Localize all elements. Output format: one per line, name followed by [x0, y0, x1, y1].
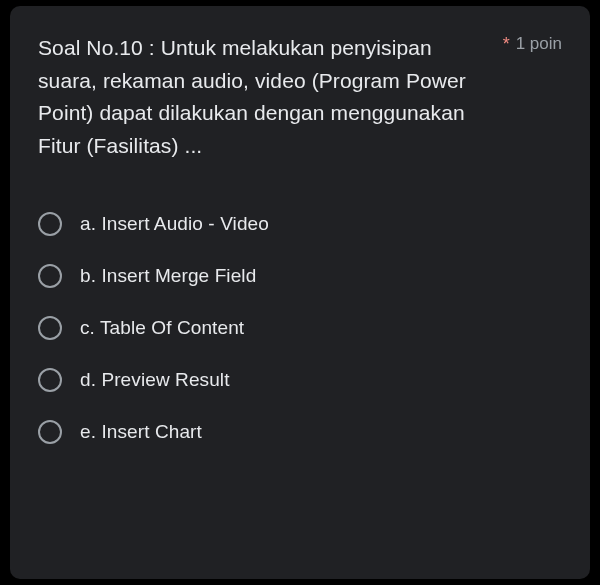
option-label: a. Insert Audio - Video — [80, 213, 269, 235]
option-label: e. Insert Chart — [80, 421, 202, 443]
radio-icon[interactable] — [38, 368, 62, 392]
option-label: b. Insert Merge Field — [80, 265, 256, 287]
question-text: Soal No.10 : Untuk melakukan penyisipan … — [38, 32, 503, 162]
radio-icon[interactable] — [38, 212, 62, 236]
option-e[interactable]: e. Insert Chart — [38, 406, 562, 458]
points-wrap: * 1 poin — [503, 32, 562, 56]
points-label: 1 poin — [516, 34, 562, 54]
options-list: a. Insert Audio - Video b. Insert Merge … — [38, 198, 562, 458]
option-a[interactable]: a. Insert Audio - Video — [38, 198, 562, 250]
radio-icon[interactable] — [38, 420, 62, 444]
radio-icon[interactable] — [38, 316, 62, 340]
option-label: c. Table Of Content — [80, 317, 244, 339]
option-c[interactable]: c. Table Of Content — [38, 302, 562, 354]
option-label: d. Preview Result — [80, 369, 230, 391]
question-card: Soal No.10 : Untuk melakukan penyisipan … — [10, 6, 590, 579]
required-asterisk-icon: * — [503, 34, 510, 56]
option-d[interactable]: d. Preview Result — [38, 354, 562, 406]
radio-icon[interactable] — [38, 264, 62, 288]
option-b[interactable]: b. Insert Merge Field — [38, 250, 562, 302]
question-header: Soal No.10 : Untuk melakukan penyisipan … — [38, 32, 562, 162]
